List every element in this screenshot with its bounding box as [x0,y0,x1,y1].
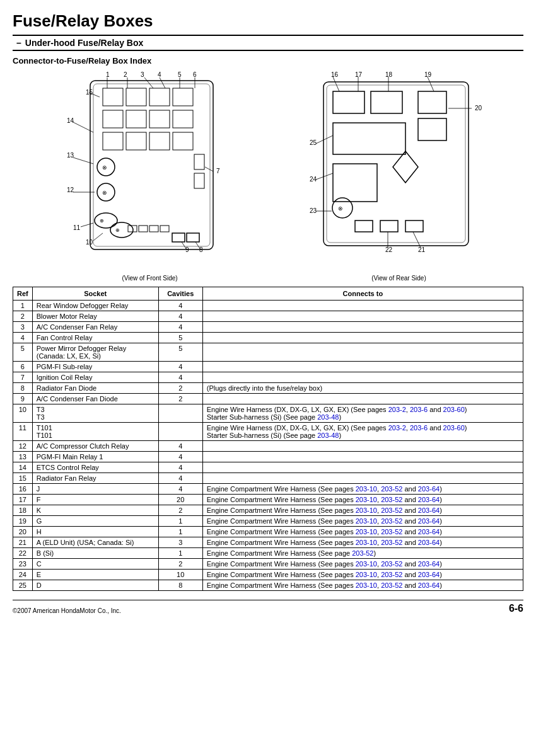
svg-text:7: 7 [216,168,220,175]
cell-socket: A (ELD Unit) (USA; Canada: Si) [32,537,158,548]
svg-text:1: 1 [106,71,110,78]
cell-socket: Blower Motor Relay [32,311,158,322]
table-row: 16J4Engine Compartment Wire Harness (See… [13,484,523,495]
cell-ref: 25 [13,580,33,591]
cell-cavities: 5 [158,343,202,362]
footer: ©2007 American HondaMotor Co., Inc. 6-6 [13,600,523,614]
svg-text:2: 2 [124,71,127,78]
cell-cavities: 10 [158,570,202,580]
svg-text:13: 13 [67,152,74,159]
cell-socket: H [32,527,158,537]
table-row: 11T101T101Engine Wire Harness (DX, DX-G,… [13,423,523,441]
cell-socket: ETCS Control Relay [32,462,158,473]
cell-cavities [158,423,202,441]
table-row: 5Power Mirror Defogger Relay (Canada: LX… [13,343,523,362]
cell-socket: T101T101 [32,423,158,441]
cell-socket: A/C Condenser Fan Diode [32,394,158,404]
cell-ref: 16 [13,484,33,495]
svg-line-84 [333,77,339,91]
connector-table: Ref Socket Cavities Connects to 1Rear Wi… [13,287,523,591]
svg-rect-83 [405,220,423,232]
svg-text:19: 19 [424,71,432,78]
svg-text:6: 6 [193,71,197,78]
svg-text:⊗: ⊗ [102,164,107,171]
svg-line-50 [93,233,103,241]
svg-rect-24 [173,110,193,128]
cell-socket: PGM-FI Sub-relay [32,362,158,372]
table-row: 15Radiator Fan Relay4 [13,473,523,484]
cell-connects: Engine Compartment Wire Harness (See pag… [202,580,523,591]
svg-rect-74 [418,91,446,113]
cell-ref: 21 [13,537,33,548]
table-row: 22B (Si)1Engine Compartment Wire Harness… [13,548,523,559]
diagram-area: 1 2 3 4 5 6 15 14 13 12 11 10 9 8 7 [13,69,523,282]
svg-text:24: 24 [310,176,317,183]
cell-cavities: 4 [158,311,202,322]
table-row: 17F20Engine Compartment Wire Harness (Se… [13,495,523,505]
cell-socket: C [32,559,158,570]
cell-socket: Radiator Fan Relay [32,473,158,484]
svg-line-55 [160,77,165,88]
cell-ref: 13 [13,452,33,462]
svg-text:15: 15 [86,89,93,96]
col-connects: Connects to [202,287,523,301]
svg-line-90 [316,173,333,180]
svg-text:5: 5 [178,71,182,78]
table-row: 25D8Engine Compartment Wire Harness (See… [13,580,523,591]
svg-rect-26 [126,132,146,150]
cell-connects [202,462,523,473]
cell-connects [202,362,523,372]
cell-socket: Rear Window Defogger Relay [32,301,158,311]
cell-cavities: 4 [158,484,202,495]
cell-connects: Engine Compartment Wire Harness (See pag… [202,527,523,537]
col-socket: Socket [32,287,158,301]
svg-rect-27 [149,132,170,150]
svg-marker-77 [393,151,418,183]
cell-connects: Engine Compartment Wire Harness (See pag… [202,516,523,527]
cell-ref: 8 [13,383,33,394]
cell-cavities: 1 [158,548,202,559]
table-row: 12A/C Compressor Clutch Relay4 [13,441,523,452]
table-row: 6PGM-FI Sub-relay4 [13,362,523,372]
cell-cavities: 2 [158,559,202,570]
cell-ref: 12 [13,441,33,452]
cell-socket: K [32,505,158,516]
table-row: 1Rear Window Defogger Relay4 [13,301,523,311]
cell-socket: E [32,570,158,580]
cell-cavities: 4 [158,301,202,311]
cell-connects [202,372,523,383]
svg-rect-16 [93,84,210,246]
svg-text:17: 17 [355,71,363,78]
svg-rect-20 [173,88,193,106]
cell-connects: Engine Wire Harness (DX, DX-G, LX, GX, E… [202,404,523,423]
cell-ref: 4 [13,333,33,343]
svg-rect-75 [418,118,446,140]
cell-ref: 22 [13,548,33,559]
rear-label: (View of Rear Side) [292,275,506,282]
svg-rect-28 [173,132,193,150]
cell-ref: 19 [13,516,33,527]
cell-ref: 2 [13,311,33,322]
cell-ref: 9 [13,394,33,404]
page-title: Fuse/Relay Boxes [13,11,523,31]
cell-connects [202,301,523,311]
svg-line-58 [182,242,187,249]
svg-text:18: 18 [385,71,393,78]
table-row: 14ETCS Control Relay4 [13,462,523,473]
table-row: 7Ignition Coil Relay4 [13,372,523,383]
svg-text:⊕: ⊕ [115,227,120,233]
table-row: 23C2Engine Compartment Wire Harness (See… [13,559,523,570]
connector-index-title: Connector-to-Fuse/Relay Box Index [13,56,523,66]
cell-socket: A/C Condenser Fan Relay [32,322,158,333]
cell-connects: Engine Compartment Wire Harness (See pag… [202,559,523,570]
svg-rect-81 [355,220,373,232]
cell-ref: 11 [13,423,33,441]
cell-connects: (Plugs directly into the fuse/relay box) [202,383,523,394]
svg-point-35 [110,222,133,238]
page-number: 6-6 [509,603,523,614]
svg-line-51 [205,167,213,171]
copyright: ©2007 American HondaMotor Co., Inc. [13,607,121,614]
cell-cavities: 1 [158,527,202,537]
cell-socket: PGM-FI Main Relay 1 [32,452,158,462]
cell-socket: F [32,495,158,505]
